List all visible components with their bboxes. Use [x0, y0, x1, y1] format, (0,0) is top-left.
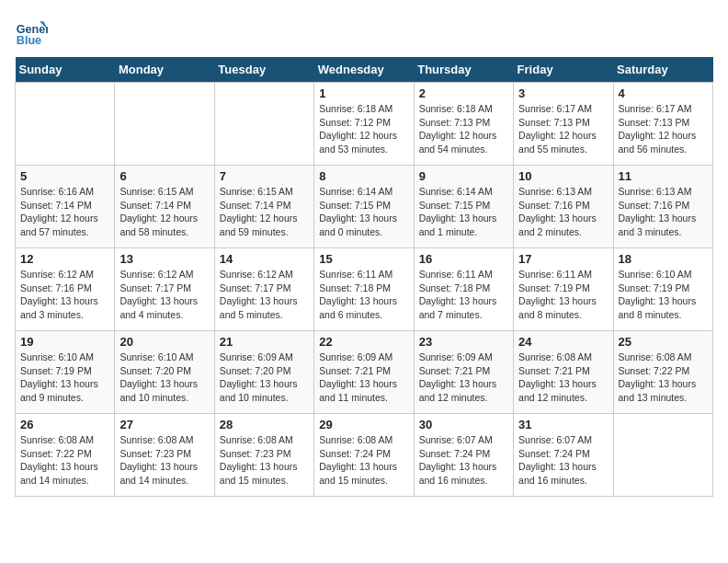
- cell-content: Sunrise: 6:12 AM Sunset: 7:17 PM Dayligh…: [220, 268, 309, 322]
- day-number: 11: [619, 169, 708, 183]
- calendar-cell: 19Sunrise: 6:10 AM Sunset: 7:19 PM Dayli…: [16, 331, 115, 414]
- calendar-cell: 26Sunrise: 6:08 AM Sunset: 7:22 PM Dayli…: [16, 414, 115, 497]
- calendar-cell: 1Sunrise: 6:18 AM Sunset: 7:12 PM Daylig…: [314, 83, 414, 166]
- day-of-week-header: Tuesday: [214, 57, 313, 83]
- cell-content: Sunrise: 6:15 AM Sunset: 7:14 PM Dayligh…: [119, 185, 209, 239]
- day-of-week-header: Sunday: [16, 57, 115, 83]
- calendar-cell: 14Sunrise: 6:12 AM Sunset: 7:17 PM Dayli…: [214, 248, 313, 331]
- cell-content: Sunrise: 6:12 AM Sunset: 7:16 PM Dayligh…: [20, 268, 109, 322]
- cell-content: Sunrise: 6:16 AM Sunset: 7:14 PM Dayligh…: [20, 185, 109, 239]
- calendar-cell: 9Sunrise: 6:14 AM Sunset: 7:15 PM Daylig…: [414, 166, 513, 248]
- day-number: 9: [419, 169, 508, 183]
- calendar-cell: 4Sunrise: 6:17 AM Sunset: 7:13 PM Daylig…: [613, 83, 712, 166]
- calendar-cell: 2Sunrise: 6:18 AM Sunset: 7:13 PM Daylig…: [414, 83, 513, 166]
- calendar-cell: 21Sunrise: 6:09 AM Sunset: 7:20 PM Dayli…: [214, 331, 313, 414]
- cell-content: Sunrise: 6:09 AM Sunset: 7:21 PM Dayligh…: [319, 350, 408, 405]
- calendar-table: SundayMondayTuesdayWednesdayThursdayFrid…: [15, 57, 713, 497]
- cell-content: Sunrise: 6:09 AM Sunset: 7:20 PM Dayligh…: [220, 350, 309, 405]
- calendar-cell: 18Sunrise: 6:10 AM Sunset: 7:19 PM Dayli…: [613, 248, 712, 331]
- day-number: 17: [518, 252, 608, 266]
- day-number: 16: [419, 252, 508, 266]
- calendar-cell: 16Sunrise: 6:11 AM Sunset: 7:18 PM Dayli…: [414, 248, 513, 331]
- cell-content: Sunrise: 6:09 AM Sunset: 7:21 PM Dayligh…: [419, 350, 508, 405]
- calendar-cell: 27Sunrise: 6:08 AM Sunset: 7:23 PM Dayli…: [115, 414, 214, 497]
- day-number: 27: [119, 418, 209, 431]
- day-number: 15: [319, 252, 408, 266]
- cell-content: Sunrise: 6:07 AM Sunset: 7:24 PM Dayligh…: [419, 433, 508, 488]
- calendar-cell: 6Sunrise: 6:15 AM Sunset: 7:14 PM Daylig…: [115, 166, 214, 248]
- day-of-week-header: Thursday: [414, 57, 513, 83]
- calendar-cell: 11Sunrise: 6:13 AM Sunset: 7:16 PM Dayli…: [613, 166, 712, 248]
- calendar-cell: [214, 83, 313, 166]
- day-number: 26: [20, 418, 109, 431]
- calendar-cell: 12Sunrise: 6:12 AM Sunset: 7:16 PM Dayli…: [16, 248, 115, 331]
- cell-content: Sunrise: 6:18 AM Sunset: 7:12 PM Dayligh…: [319, 102, 408, 156]
- cell-content: Sunrise: 6:07 AM Sunset: 7:24 PM Dayligh…: [518, 433, 608, 488]
- calendar-cell: 23Sunrise: 6:09 AM Sunset: 7:21 PM Dayli…: [414, 331, 513, 414]
- day-number: 5: [20, 169, 109, 183]
- calendar-cell: 24Sunrise: 6:08 AM Sunset: 7:21 PM Dayli…: [514, 331, 613, 414]
- cell-content: Sunrise: 6:08 AM Sunset: 7:22 PM Dayligh…: [20, 433, 109, 488]
- day-of-week-header: Wednesday: [314, 57, 414, 83]
- day-number: 28: [220, 418, 309, 431]
- day-number: 30: [419, 418, 508, 431]
- day-number: 18: [619, 252, 708, 266]
- calendar-week-row: 5Sunrise: 6:16 AM Sunset: 7:14 PM Daylig…: [16, 166, 713, 248]
- cell-content: Sunrise: 6:17 AM Sunset: 7:13 PM Dayligh…: [619, 102, 708, 156]
- calendar-cell: 31Sunrise: 6:07 AM Sunset: 7:24 PM Dayli…: [514, 414, 613, 497]
- cell-content: Sunrise: 6:14 AM Sunset: 7:15 PM Dayligh…: [419, 185, 508, 239]
- day-number: 29: [319, 418, 408, 431]
- day-number: 20: [119, 335, 209, 349]
- calendar-cell: 25Sunrise: 6:08 AM Sunset: 7:22 PM Dayli…: [613, 331, 712, 414]
- calendar-cell: [115, 83, 214, 166]
- cell-content: Sunrise: 6:11 AM Sunset: 7:19 PM Dayligh…: [518, 268, 608, 322]
- day-number: 21: [220, 335, 309, 349]
- cell-content: Sunrise: 6:11 AM Sunset: 7:18 PM Dayligh…: [419, 268, 508, 322]
- day-number: 25: [619, 335, 708, 349]
- day-of-week-header: Saturday: [613, 57, 712, 83]
- cell-content: Sunrise: 6:11 AM Sunset: 7:18 PM Dayligh…: [319, 268, 408, 322]
- cell-content: Sunrise: 6:13 AM Sunset: 7:16 PM Dayligh…: [619, 185, 708, 239]
- cell-content: Sunrise: 6:10 AM Sunset: 7:19 PM Dayligh…: [20, 350, 109, 405]
- day-number: 4: [619, 86, 708, 100]
- calendar-cell: 7Sunrise: 6:15 AM Sunset: 7:14 PM Daylig…: [214, 166, 313, 248]
- day-number: 10: [518, 169, 608, 183]
- day-number: 19: [20, 335, 109, 349]
- svg-text:Blue: Blue: [17, 34, 41, 47]
- day-number: 14: [220, 252, 309, 266]
- calendar-cell: 28Sunrise: 6:08 AM Sunset: 7:23 PM Dayli…: [214, 414, 313, 497]
- day-number: 3: [518, 86, 608, 100]
- logo: General Blue: [15, 15, 48, 48]
- day-of-week-header: Monday: [115, 57, 214, 83]
- day-number: 12: [20, 252, 109, 266]
- calendar-week-row: 26Sunrise: 6:08 AM Sunset: 7:22 PM Dayli…: [16, 414, 713, 497]
- calendar-week-row: 1Sunrise: 6:18 AM Sunset: 7:12 PM Daylig…: [16, 83, 713, 166]
- calendar-cell: [613, 414, 712, 497]
- cell-content: Sunrise: 6:14 AM Sunset: 7:15 PM Dayligh…: [319, 185, 408, 239]
- cell-content: Sunrise: 6:17 AM Sunset: 7:13 PM Dayligh…: [518, 102, 608, 156]
- cell-content: Sunrise: 6:08 AM Sunset: 7:22 PM Dayligh…: [619, 350, 708, 405]
- calendar-cell: [16, 83, 115, 166]
- day-number: 22: [319, 335, 408, 349]
- cell-content: Sunrise: 6:10 AM Sunset: 7:20 PM Dayligh…: [119, 350, 209, 405]
- calendar-cell: 8Sunrise: 6:14 AM Sunset: 7:15 PM Daylig…: [314, 166, 414, 248]
- calendar-header-row: SundayMondayTuesdayWednesdayThursdayFrid…: [16, 57, 713, 83]
- day-number: 2: [419, 86, 508, 100]
- day-of-week-header: Friday: [514, 57, 613, 83]
- day-number: 8: [319, 169, 408, 183]
- calendar-cell: 17Sunrise: 6:11 AM Sunset: 7:19 PM Dayli…: [514, 248, 613, 331]
- calendar-cell: 30Sunrise: 6:07 AM Sunset: 7:24 PM Dayli…: [414, 414, 513, 497]
- cell-content: Sunrise: 6:12 AM Sunset: 7:17 PM Dayligh…: [119, 268, 209, 322]
- cell-content: Sunrise: 6:08 AM Sunset: 7:23 PM Dayligh…: [119, 433, 209, 488]
- calendar-cell: 3Sunrise: 6:17 AM Sunset: 7:13 PM Daylig…: [514, 83, 613, 166]
- day-number: 6: [119, 169, 209, 183]
- calendar-cell: 20Sunrise: 6:10 AM Sunset: 7:20 PM Dayli…: [115, 331, 214, 414]
- day-number: 24: [518, 335, 608, 349]
- calendar-cell: 5Sunrise: 6:16 AM Sunset: 7:14 PM Daylig…: [16, 166, 115, 248]
- day-number: 31: [518, 418, 608, 431]
- calendar-cell: 22Sunrise: 6:09 AM Sunset: 7:21 PM Dayli…: [314, 331, 414, 414]
- logo-icon: General Blue: [15, 15, 48, 48]
- day-number: 23: [419, 335, 508, 349]
- day-number: 13: [119, 252, 209, 266]
- cell-content: Sunrise: 6:15 AM Sunset: 7:14 PM Dayligh…: [220, 185, 309, 239]
